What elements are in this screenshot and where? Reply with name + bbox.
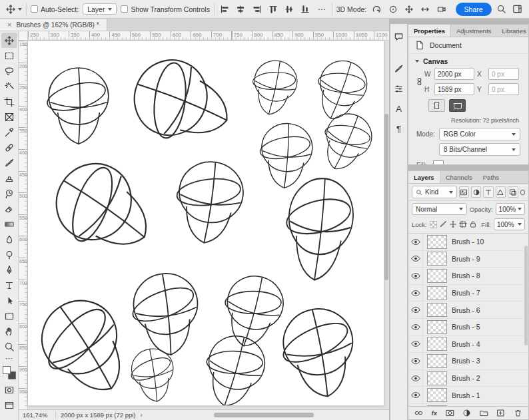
new-adjustment-layer-icon[interactable] — [462, 409, 471, 417]
horizontal-scrollbar[interactable] — [147, 412, 385, 418]
align-middle-icon[interactable] — [283, 3, 295, 15]
path-selection-tool[interactable] — [1, 293, 17, 308]
share-button[interactable]: Share — [456, 3, 492, 16]
layer-visibility-toggle[interactable] — [408, 268, 423, 284]
tab-paths[interactable]: Paths — [478, 171, 504, 183]
landscape-orientation-button[interactable] — [449, 99, 466, 112]
canvas-y-input[interactable] — [488, 83, 519, 95]
fill-color-swatch[interactable] — [433, 160, 444, 165]
marquee-tool[interactable] — [1, 48, 17, 63]
edit-toolbar-icon[interactable]: ⋯ — [5, 354, 13, 363]
show-transform-checkbox[interactable]: Show Transform Controls — [121, 5, 209, 13]
align-top-icon[interactable] — [267, 3, 279, 15]
layer-visibility-toggle[interactable] — [408, 336, 423, 353]
history-brush-tool[interactable] — [1, 186, 17, 201]
layer-row[interactable]: Brush - 7 — [408, 285, 528, 302]
zoom-level[interactable]: 161,74% — [23, 411, 51, 419]
dodge-tool[interactable] — [1, 247, 17, 262]
scrollbar-thumb[interactable] — [214, 413, 314, 417]
healing-brush-tool[interactable] — [1, 140, 17, 155]
filter-toggle-icon[interactable] — [520, 190, 525, 195]
new-layer-icon[interactable] — [496, 409, 505, 417]
move-tool[interactable] — [1, 33, 17, 48]
crop-tool[interactable] — [1, 94, 17, 109]
filter-adjustment-layers-icon[interactable] — [471, 186, 481, 198]
layer-thumbnail[interactable] — [427, 286, 447, 300]
quick-mask-icon[interactable] — [1, 382, 17, 397]
checkbox-box[interactable] — [31, 5, 38, 13]
tab-adjustments[interactable]: Adjustments — [451, 25, 496, 37]
vertical-ruler[interactable]: 1502002503003504004505005506006507007508… — [19, 41, 28, 409]
link-dimensions-icon[interactable] — [414, 77, 424, 86]
auto-select-checkbox[interactable]: Auto-Select: — [31, 5, 79, 13]
lock-artboard-icon[interactable] — [459, 220, 467, 228]
horizontal-ruler[interactable]: 2503003504004505005506006507007508008509… — [28, 31, 389, 41]
current-tool-indicator[interactable] — [5, 4, 22, 15]
3d-pan-icon[interactable] — [403, 3, 415, 15]
layer-row[interactable]: Brush - 4 — [408, 336, 528, 353]
layer-row[interactable]: Brush - 3 — [408, 353, 528, 370]
tab-channels[interactable]: Channels — [440, 171, 478, 183]
workspace-switcher-icon[interactable] — [512, 3, 524, 15]
layer-thumbnail[interactable] — [427, 303, 447, 317]
align-left-icon[interactable] — [219, 3, 231, 15]
auto-select-target-dropdown[interactable]: Layer — [83, 3, 117, 15]
screen-mode-icon[interactable] — [1, 397, 17, 413]
3d-roll-icon[interactable] — [387, 3, 399, 15]
checkbox-box[interactable] — [121, 5, 128, 13]
layer-thumbnail[interactable] — [427, 235, 447, 249]
new-group-icon[interactable] — [480, 409, 488, 417]
bit-depth-select[interactable]: 8 Bits/Channel — [439, 143, 520, 156]
paragraph-panel-icon[interactable]: ¶ — [392, 121, 406, 136]
document-tab[interactable]: × Brushes @ 162% (RGB/8) * — [0, 19, 107, 31]
link-layers-icon[interactable] — [414, 409, 423, 417]
layer-visibility-toggle[interactable] — [408, 234, 423, 250]
filter-pixel-layers-icon[interactable] — [459, 186, 469, 198]
layer-visibility-toggle[interactable] — [408, 319, 423, 335]
canvas-viewport[interactable] — [28, 41, 389, 409]
filter-kind-select[interactable]: Kind — [412, 186, 457, 198]
layer-visibility-toggle[interactable] — [408, 285, 423, 302]
color-swatches[interactable] — [3, 366, 16, 379]
align-right-icon[interactable] — [251, 3, 263, 15]
filter-type-layers-icon[interactable] — [483, 186, 493, 198]
canvas-height-input[interactable] — [434, 83, 474, 95]
layer-visibility-toggle[interactable] — [408, 387, 423, 403]
layer-row[interactable]: Brush - 5 — [408, 319, 528, 336]
layers-scrollbar-thumb[interactable] — [524, 246, 528, 345]
tab-close-icon[interactable]: × — [7, 21, 11, 29]
layer-visibility-toggle[interactable] — [408, 251, 423, 268]
vertical-scrollbar[interactable] — [384, 41, 389, 409]
fill-input[interactable]: 100% — [494, 218, 525, 230]
filter-smart-objects-icon[interactable] — [508, 186, 518, 198]
clone-stamp-tool[interactable] — [1, 170, 17, 186]
object-selection-tool[interactable] — [1, 79, 17, 94]
eraser-tool[interactable] — [1, 201, 17, 216]
eyedropper-tool[interactable] — [1, 124, 17, 140]
type-tool[interactable] — [1, 278, 17, 293]
lock-position-icon[interactable] — [449, 220, 457, 228]
3d-orbit-icon[interactable] — [370, 3, 382, 15]
search-icon[interactable] — [496, 3, 508, 15]
zoom-tool[interactable] — [1, 339, 17, 354]
canvas[interactable] — [28, 41, 384, 405]
brush-settings-panel-icon[interactable] — [392, 61, 406, 76]
status-options-chevron[interactable]: › — [141, 411, 143, 419]
mixer-settings-panel-icon[interactable] — [392, 81, 406, 96]
color-mode-select[interactable]: RGB Color — [439, 128, 520, 140]
rectangle-tool[interactable] — [1, 308, 17, 323]
character-panel-icon[interactable]: A — [392, 101, 406, 116]
lock-pixels-icon[interactable] — [439, 220, 447, 228]
canvas-section-header[interactable]: Canvas — [408, 54, 528, 67]
add-layer-mask-icon[interactable] — [446, 409, 454, 417]
filter-shape-layers-icon[interactable] — [496, 186, 506, 198]
lasso-tool[interactable] — [1, 63, 17, 79]
layer-visibility-toggle[interactable] — [408, 302, 423, 318]
canvas-width-input[interactable] — [434, 68, 474, 80]
blend-mode-select[interactable]: Normal — [412, 203, 467, 215]
gradient-tool[interactable] — [1, 216, 17, 232]
layer-visibility-toggle[interactable] — [408, 404, 423, 406]
tab-layers[interactable]: Layers — [408, 171, 440, 183]
layer-row[interactable]: Brush - 1 — [408, 387, 528, 404]
3d-zoom-icon[interactable] — [435, 3, 447, 15]
